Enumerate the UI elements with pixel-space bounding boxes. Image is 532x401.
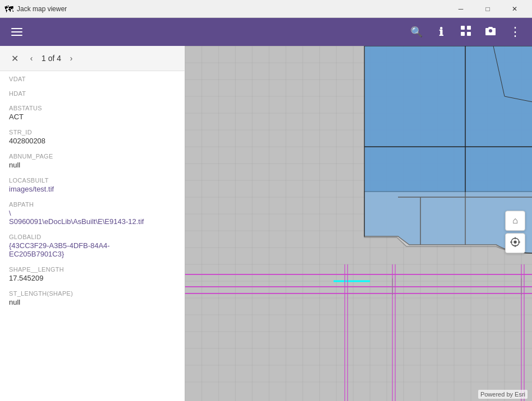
- maximize-button[interactable]: □: [475, 0, 501, 18]
- attributes-list: VDATHDATABSTATUSACTSTR_ID402800208ABNUM_…: [0, 71, 184, 319]
- attribute-value: null: [9, 161, 175, 169]
- panel-header: ✕ ‹ 1 of 4 ›: [0, 46, 184, 71]
- more-button[interactable]: ⋮: [505, 22, 525, 42]
- camera-icon: [485, 26, 496, 39]
- toolbar-icons: 🔍 ℹ ⋮: [406, 22, 525, 42]
- info-button[interactable]: ℹ: [431, 22, 451, 42]
- attribute-value: 402800208: [9, 137, 175, 145]
- app-toolbar: 🔍 ℹ ⋮: [0, 18, 532, 46]
- search-icon: 🔍: [410, 26, 423, 38]
- close-button[interactable]: ✕: [502, 0, 528, 18]
- attribute-label: STR_ID: [9, 129, 175, 136]
- page-indicator: 1 of 4: [41, 54, 61, 63]
- minimize-button[interactable]: ─: [448, 0, 474, 18]
- home-icon: ⌂: [512, 216, 518, 226]
- attribute-label: VDAT: [9, 76, 175, 82]
- svg-rect-2: [461, 32, 465, 36]
- attribute-row: LOCASBUILTimages/test.tif: [9, 177, 175, 193]
- pagination: ‹ 1 of 4 ›: [25, 52, 78, 65]
- side-panel: ✕ ‹ 1 of 4 › VDATHDATABSTATUSACTSTR_ID40…: [0, 46, 185, 401]
- window-controls: ─ □ ✕: [448, 0, 528, 18]
- attribute-row: ABSTATUSACT: [9, 105, 175, 121]
- locate-button[interactable]: [505, 233, 525, 253]
- attribute-row: st_length(Shape)null: [9, 290, 175, 306]
- window-title: Jack map viewer: [17, 5, 448, 13]
- attribute-row: Shape__Length17.545209: [9, 266, 175, 282]
- esri-attribution: Powered by Esri: [478, 390, 528, 399]
- attribute-value: \ S0960091\eDocLib\AsBuilt\E\E9143-12.ti…: [9, 209, 175, 226]
- main-content: ✕ ‹ 1 of 4 › VDATHDATABSTATUSACTSTR_ID40…: [0, 46, 532, 401]
- attribute-label: ABSTATUS: [9, 105, 175, 111]
- attribute-label: st_length(Shape): [9, 290, 175, 297]
- svg-rect-0: [461, 26, 465, 30]
- more-icon: ⋮: [509, 25, 522, 39]
- attribute-row: ABPATH\ S0960091\eDocLib\AsBuilt\E\E9143…: [9, 201, 175, 226]
- attribute-row: HDAT: [9, 90, 175, 97]
- attribute-label: HDAT: [9, 90, 175, 97]
- attribute-label: ABPATH: [9, 201, 175, 208]
- attribute-row: ABNUM_PAGEnull: [9, 153, 175, 169]
- home-button[interactable]: ⌂: [505, 211, 525, 231]
- svg-point-66: [514, 241, 516, 243]
- grid-icon: [460, 25, 471, 39]
- attribute-label: ABNUM_PAGE: [9, 153, 175, 160]
- map-area[interactable]: ⌂ Powered by Esri: [185, 46, 532, 401]
- attribute-row: VDAT: [9, 76, 175, 82]
- attribute-label: Shape__Length: [9, 266, 175, 273]
- attribute-value: null: [9, 298, 175, 306]
- menu-button[interactable]: [7, 22, 27, 42]
- next-page-button[interactable]: ›: [64, 52, 78, 65]
- close-panel-button[interactable]: ✕: [7, 50, 22, 66]
- attribute-label: LOCASBUILT: [9, 177, 175, 184]
- svg-rect-1: [467, 26, 471, 30]
- map-controls: ⌂: [505, 211, 525, 253]
- prev-page-button[interactable]: ‹: [25, 52, 38, 65]
- camera-button[interactable]: [480, 22, 501, 42]
- attribute-label: GlobalID: [9, 234, 175, 240]
- info-icon: ℹ: [439, 25, 443, 39]
- grid-button[interactable]: [456, 22, 476, 42]
- svg-rect-3: [467, 32, 471, 36]
- attribute-value: 17.545209: [9, 274, 175, 282]
- title-bar: 🗺 Jack map viewer ─ □ ✕: [0, 0, 532, 18]
- attribute-value: images/test.tif: [9, 185, 175, 193]
- attribute-row: STR_ID402800208: [9, 129, 175, 145]
- search-button[interactable]: 🔍: [406, 22, 427, 42]
- attribute-value: ACT: [9, 113, 175, 121]
- attribute-row: GlobalID{43CC3F29-A3B5-4DFB-84A4- EC205B…: [9, 234, 175, 258]
- attribute-value: {43CC3F29-A3B5-4DFB-84A4- EC205B7901C3}: [9, 241, 175, 258]
- map-canvas: [185, 46, 532, 401]
- locate-icon: [510, 237, 520, 249]
- app-icon: 🗺: [4, 4, 13, 13]
